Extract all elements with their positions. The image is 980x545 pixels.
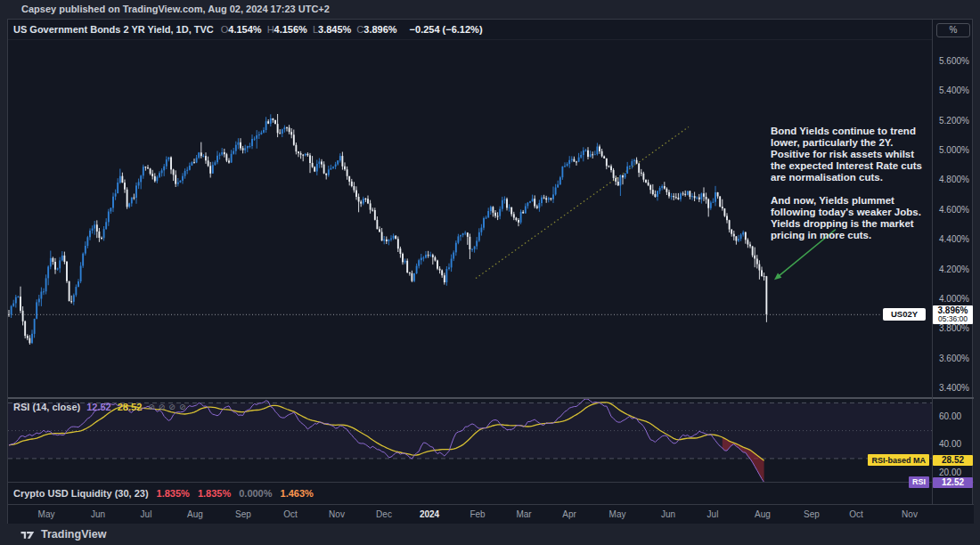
time-label-month: Jun <box>661 509 675 519</box>
time-label-month: Jun <box>91 509 105 519</box>
annotation-paragraph: And now, Yields plummetfollowing today's… <box>771 195 935 241</box>
annotation-paragraph: Bond Yields continue to trendlower, part… <box>771 126 935 183</box>
ohlc-item: C3.896% <box>356 24 396 35</box>
time-label-month: Oct <box>849 509 863 519</box>
price-tick-label: 3.600% <box>939 354 969 364</box>
time-label-month: Apr <box>562 509 576 519</box>
crypto-liquidity-value: 1.835% <box>198 488 231 499</box>
plot-svg <box>8 20 932 504</box>
rsi-legend-icons: ⊘⊘⊘⊘ <box>148 403 185 411</box>
brand-name[interactable]: TradingView <box>41 528 106 541</box>
time-label-month: Feb <box>470 509 485 519</box>
rsi-tick-label: 20.00 <box>939 468 961 478</box>
time-label-month: Dec <box>376 509 392 519</box>
pane-separator-main-rsi[interactable] <box>8 397 974 399</box>
last-price-label: 3.896% 05:36:00 <box>933 305 973 324</box>
rsi-ma-value: 28.52 <box>118 402 143 412</box>
rsi-value: 12.52 <box>86 402 111 412</box>
price-tick-label: 5.000% <box>939 145 969 156</box>
rsi-tick-label: 40.00 <box>939 439 961 450</box>
time-label-month: Sep <box>804 509 820 519</box>
ohlc-item: L3.845% <box>313 24 351 35</box>
ohlc-values: O4.154%H4.156%L3.845%C3.896% <box>221 24 403 35</box>
crypto-liquidity-value: 1.835% <box>157 488 190 499</box>
publish-text: Capsey published on TradingView.com, Aug… <box>21 4 330 14</box>
price-tick-label: 4.600% <box>939 205 969 216</box>
time-label-year: 2024 <box>420 509 439 519</box>
change-value: −0.254 (−6.12%) <box>410 24 483 35</box>
time-label-month: May <box>609 509 626 519</box>
price-tick-label: 5.400% <box>939 85 969 96</box>
rsi-ma-line-label: RSI-based MA <box>868 454 929 466</box>
price-tick-label: 5.200% <box>939 116 969 126</box>
crypto-liquidity-value: 1.463% <box>281 488 314 499</box>
price-tick-label: 3.800% <box>939 323 969 334</box>
crypto-liquidity-value: 0.000% <box>239 488 272 499</box>
rsi-line-label: RSI <box>909 476 929 488</box>
legend-divider <box>8 39 932 40</box>
time-label-month: Jul <box>707 509 719 519</box>
time-label-month: May <box>38 509 55 519</box>
publish-bar: Capsey published on TradingView.com, Aug… <box>0 0 980 19</box>
rsi-ma-axis-value: 28.52 <box>933 455 973 466</box>
annotation-note[interactable]: Bond Yields continue to trendlower, part… <box>771 126 935 253</box>
ohlc-item: O4.154% <box>221 24 262 35</box>
rsi-tick-label: 60.00 <box>939 411 961 422</box>
time-label-month: Sep <box>235 509 251 519</box>
crypto-liquidity-values: 1.835%1.835%0.000%1.463% <box>157 488 322 499</box>
time-label-month: Aug <box>187 509 203 519</box>
time-label-month: Nov <box>902 509 918 519</box>
time-scale[interactable]: MayJunJulAugSepOctNovDec2024FebMarAprMay… <box>8 504 974 525</box>
bar-countdown: 05:36:00 <box>933 315 973 323</box>
rsi-legend: RSI (14, close) 12.52 28.52 ⊘⊘⊘⊘ <box>13 401 185 413</box>
price-tick-label: 4.200% <box>939 264 969 275</box>
time-label-month: Oct <box>283 509 298 519</box>
price-scale[interactable]: % 3.896% 05:36:00 28.52 12.52 5.600%5.40… <box>932 20 974 504</box>
chart-legend: US Government Bonds 2 YR Yield, 1D, TVC … <box>13 22 483 37</box>
symbol-title: US Government Bonds 2 YR Yield, 1D, TVC <box>13 24 214 35</box>
tradingview-logo-icon[interactable] <box>20 528 35 541</box>
ohlc-item: H4.156% <box>267 24 307 35</box>
symbol-price-flag: US02Y <box>883 308 926 321</box>
price-tick-label: 4.800% <box>939 175 969 185</box>
time-label-month: Nov <box>329 509 345 519</box>
crypto-liquidity-title: Crypto USD Liquidity (30, 23) <box>13 488 149 499</box>
visibility-icon[interactable]: ⊘ <box>148 403 155 411</box>
rsi-title: RSI (14, close) <box>13 402 80 412</box>
percent-unit-button[interactable]: % <box>936 23 970 37</box>
crypto-liquidity-legend: Crypto USD Liquidity (30, 23) 1.835%1.83… <box>13 484 322 502</box>
pane-separator-rsi-crypto[interactable] <box>8 482 974 483</box>
brand-bar: TradingView <box>0 524 980 545</box>
time-label-month: Mar <box>516 509 531 519</box>
source-icon[interactable]: ⊘ <box>168 403 176 411</box>
price-tick-label: 4.000% <box>939 294 969 305</box>
price-tick-label: 5.600% <box>939 56 969 67</box>
chart-widget: US Government Bonds 2 YR Yield, 1D, TVC … <box>7 19 973 524</box>
chart-canvas[interactable] <box>8 20 932 504</box>
more-icon[interactable]: ⊘ <box>179 403 186 411</box>
price-tick-label: 4.400% <box>939 234 969 245</box>
price-tick-label: 3.400% <box>939 383 969 394</box>
rsi-axis-value: 12.52 <box>933 477 973 488</box>
time-label-month: Jul <box>141 509 152 519</box>
settings-icon[interactable]: ⊘ <box>159 403 166 411</box>
time-label-month: Aug <box>755 509 771 519</box>
tradingview-screenshot: Capsey published on TradingView.com, Aug… <box>0 0 980 545</box>
